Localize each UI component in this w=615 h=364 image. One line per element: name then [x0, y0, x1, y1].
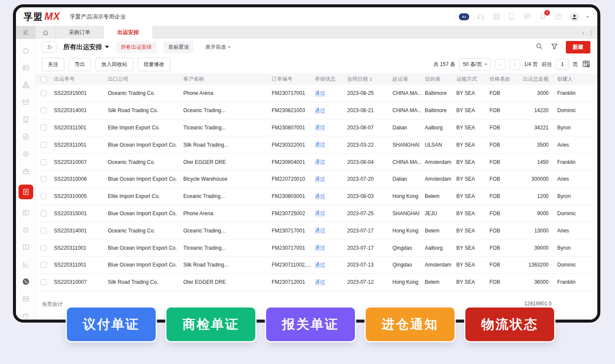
table-row[interactable]: SS220315001Oceanic Trading Co.Phone Aren…: [36, 85, 597, 102]
table-row[interactable]: SS220311001Blue Ocean Import Export Co.S…: [36, 257, 597, 274]
apps-grid-icon[interactable]: [492, 13, 500, 21]
target-icon[interactable]: [22, 150, 30, 158]
owner-switch-button[interactable]: [42, 41, 57, 53]
briefcase-icon[interactable]: [22, 167, 30, 175]
chevron-down-icon[interactable]: ▾: [587, 14, 589, 19]
row-checkbox[interactable]: [41, 193, 47, 199]
row-checkbox[interactable]: [41, 90, 47, 96]
table-row[interactable]: SS220311001Blue Ocean Import Export Co.T…: [36, 239, 597, 257]
row-checkbox[interactable]: [41, 159, 47, 165]
table-row[interactable]: SS220310006Blue Ocean Import Export Co.B…: [36, 171, 597, 188]
notebook-icon[interactable]: [22, 209, 30, 217]
org-chart-icon[interactable]: [22, 81, 30, 89]
cell-amount: 13000: [518, 228, 551, 234]
filter-all-shipments[interactable]: 所有出运安排: [116, 41, 157, 53]
server-icon[interactable]: [22, 295, 30, 303]
table-row[interactable]: SS220310007Silk Road Trading Co.Oter EGG…: [36, 274, 597, 291]
filter-expand[interactable]: 展开筛选▾: [201, 41, 235, 53]
cell-creator: Byron: [551, 125, 584, 131]
table-row[interactable]: SS220311001Elite Import Export Co.Ttcean…: [36, 119, 597, 137]
row-checkbox[interactable]: [41, 262, 47, 268]
status-link[interactable]: 通过: [315, 124, 325, 131]
status-link[interactable]: 通过: [315, 262, 325, 268]
cell-price_term: FOB: [489, 176, 518, 182]
filter-starred-top[interactable]: 星标置顶: [163, 41, 194, 53]
column-header-contract_date[interactable]: 合同日期: [347, 75, 392, 83]
tab-home[interactable]: [36, 26, 56, 39]
table-row[interactable]: SS220310007Oceanic Trading Co.Oter EGGER…: [36, 154, 597, 171]
table-row[interactable]: SS220314001Silk Road Trading Co.Oceanic …: [36, 102, 597, 119]
table-row[interactable]: SS220311001Blue Ocean Import Export Co.S…: [36, 136, 597, 154]
tab-purchase-orders[interactable]: 采购订单: [56, 26, 104, 39]
building-icon[interactable]: [22, 116, 30, 123]
row-checkbox[interactable]: [41, 245, 47, 251]
help-circle-icon[interactable]: [22, 312, 30, 320]
flow-button-2[interactable]: 商检单证: [166, 308, 255, 341]
status-link[interactable]: 通过: [315, 279, 325, 286]
filter-funnel-icon[interactable]: [551, 43, 558, 52]
cell-departure_port: CHINA MA...: [392, 159, 425, 165]
status-link[interactable]: 通过: [315, 141, 325, 148]
row-checkbox[interactable]: [41, 142, 47, 148]
follow-button[interactable]: 关注: [42, 58, 64, 71]
row-checkbox[interactable]: [41, 279, 47, 285]
user-avatar[interactable]: [570, 12, 579, 22]
view-selector[interactable]: 所有出运安排: [63, 43, 109, 51]
batch-modify-button[interactable]: 批量修改: [138, 58, 170, 71]
prev-page-button[interactable]: ‹: [495, 59, 505, 70]
cell-shipping_no: SS220310005: [54, 193, 108, 199]
help-icon[interactable]: [554, 13, 562, 21]
cell-status: 通过: [315, 90, 347, 97]
tab-scroll-right-icon[interactable]: ›: [582, 29, 584, 36]
mail-icon[interactable]: [22, 98, 30, 106]
flow-button-5[interactable]: 物流状态: [465, 308, 554, 341]
alarm-icon[interactable]: [22, 226, 30, 234]
flow-button-1[interactable]: 议付单证: [67, 308, 156, 341]
compass-icon[interactable]: [22, 133, 30, 141]
status-link[interactable]: 通过: [315, 159, 325, 165]
sidebar-toggle-icon[interactable]: [16, 26, 35, 39]
table-row[interactable]: SS220315001Blue Ocean Import Export Co.P…: [36, 205, 597, 223]
tab-more-icon[interactable]: ⋮: [588, 29, 594, 36]
status-link[interactable]: 通过: [315, 176, 325, 182]
notification-bell-icon[interactable]: 7: [539, 13, 547, 21]
goto-page-input[interactable]: [556, 59, 569, 70]
status-link[interactable]: 通过: [315, 107, 325, 114]
row-checkbox[interactable]: [41, 107, 47, 113]
status-link[interactable]: 通过: [315, 210, 325, 217]
ai-assistant-button[interactable]: AI: [459, 13, 469, 20]
export-button[interactable]: 导出: [69, 58, 91, 71]
status-link[interactable]: 通过: [315, 90, 325, 97]
row-checkbox[interactable]: [41, 176, 47, 182]
cell-destination_port: Amsterdam: [425, 159, 456, 165]
phone-icon[interactable]: [22, 278, 30, 286]
flow-button-3[interactable]: 报关单证: [266, 308, 355, 341]
next-page-button[interactable]: ›: [509, 59, 520, 70]
table-row[interactable]: SS220310005Elite Import Export Co.Eceani…: [36, 188, 597, 205]
contacts-icon[interactable]: [22, 64, 30, 72]
sort-icon[interactable]: [370, 77, 372, 82]
cell-creator: Dominic: [551, 210, 584, 217]
row-checkbox[interactable]: [41, 228, 47, 234]
search-icon[interactable]: [536, 43, 543, 52]
chart-icon[interactable]: [22, 260, 30, 268]
book-icon[interactable]: [22, 243, 30, 251]
recycle-bin-button[interactable]: 放入回收站: [95, 58, 133, 71]
message-list-icon[interactable]: [523, 13, 531, 21]
status-link[interactable]: 通过: [315, 227, 325, 234]
row-checkbox[interactable]: [41, 210, 47, 217]
status-link[interactable]: 通过: [315, 193, 325, 200]
tab-shipping-arrangement[interactable]: 出运安排: [104, 26, 152, 39]
new-button[interactable]: 新建: [566, 41, 590, 53]
select-all-checkbox[interactable]: [41, 76, 47, 82]
phone-call-icon[interactable]: [508, 13, 516, 21]
page-size-select[interactable]: 50 条/页▾: [459, 58, 491, 71]
status-link[interactable]: 通过: [315, 245, 325, 251]
shipping-doc-icon[interactable]: [19, 185, 33, 199]
flow-button-4[interactable]: 进仓通知: [366, 308, 455, 341]
column-settings-icon[interactable]: [582, 60, 590, 69]
headset-icon[interactable]: [477, 13, 485, 21]
table-row[interactable]: SS220314001Oceanic Trading Co.Oceanic Tr…: [36, 222, 597, 239]
home-icon[interactable]: [22, 47, 30, 54]
row-checkbox[interactable]: [41, 125, 47, 131]
